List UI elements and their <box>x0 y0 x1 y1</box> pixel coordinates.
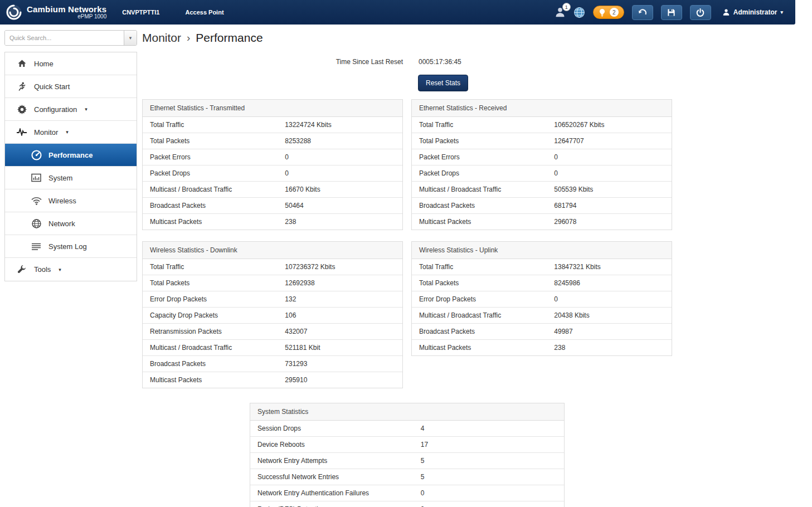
stat-row: Multicast Packets295910 <box>143 372 402 388</box>
sidebar-item-network[interactable]: Network <box>5 212 137 235</box>
stat-row: Total Traffic13847321 Kbits <box>412 259 672 275</box>
stat-row: Radar (DFS) Detections0 <box>250 501 564 507</box>
stat-row: Error Drop Packets132 <box>143 291 402 308</box>
stat-row: Network Entry Attempts5 <box>250 453 564 469</box>
sidebar-item-quick-start[interactable]: Quick Start <box>5 75 137 98</box>
stat-row: Retransmission Packets432007 <box>143 324 402 340</box>
stat-value: 12647707 <box>547 133 672 149</box>
sidebar-item-label: Configuration <box>34 105 77 114</box>
sidebar-item-label: Performance <box>48 151 93 159</box>
stat-label: Total Packets <box>143 133 278 149</box>
power-button[interactable] <box>690 5 711 20</box>
stat-row: Multicast Packets238 <box>412 340 672 356</box>
sidebar-item-tools[interactable]: Tools ▾ <box>5 258 137 281</box>
stat-row: Total Traffic106520267 Kbits <box>412 117 672 133</box>
stat-value: 0 <box>547 149 672 165</box>
breadcrumb: Monitor › Performance <box>142 31 673 45</box>
time-since-reset-label: Time Since Last Reset <box>142 58 403 66</box>
stat-label: Total Traffic <box>143 117 278 133</box>
stat-label: Successful Network Entries <box>250 469 414 485</box>
reset-stats-button[interactable]: Reset Stats <box>418 75 468 91</box>
stat-label: Multicast Packets <box>412 340 547 356</box>
sidebar-item-system-log[interactable]: System Log <box>5 235 137 258</box>
stat-value: 107236372 Kbits <box>278 259 402 275</box>
stat-label: Multicast / Broadcast Traffic <box>412 182 547 198</box>
wrench-icon <box>16 265 27 274</box>
stat-row: Broadcast Packets731293 <box>143 356 402 372</box>
stat-value: 13847321 Kbits <box>547 259 672 275</box>
panel-system-statistics: System Statistics Session Drops4Device R… <box>250 403 565 507</box>
stat-row: Broadcast Packets681794 <box>412 198 672 214</box>
stat-label: Network Entry Authentication Failures <box>250 485 414 501</box>
wifi-icon <box>31 197 42 205</box>
stat-value: 106 <box>278 308 402 324</box>
stat-row: Packet Errors0 <box>412 149 672 165</box>
stat-row: Multicast / Broadcast Traffic505539 Kbit… <box>412 182 672 198</box>
page-title: Performance <box>196 31 262 45</box>
stat-row: Total Packets12647707 <box>412 133 672 149</box>
sidebar-item-performance[interactable]: Performance <box>5 144 137 167</box>
sidebar: ▾ Home Quick Start <box>4 30 137 281</box>
stat-value: 0 <box>278 165 402 182</box>
stat-label: Error Drop Packets <box>412 291 547 308</box>
globe-button[interactable] <box>573 7 585 18</box>
stat-row: Packet Drops0 <box>143 165 402 182</box>
stat-value: 0 <box>414 501 564 507</box>
chevron-down-icon: ▾ <box>66 129 69 135</box>
chevron-right-icon: › <box>187 32 190 44</box>
stat-row: Total Packets12692938 <box>143 275 402 291</box>
stat-label: Broadcast Packets <box>143 356 278 372</box>
stat-row: Total Packets8253288 <box>143 133 402 149</box>
user-menu-label: Administrator <box>733 8 777 16</box>
statistics-panels: Ethernet Statistics - Transmitted Total … <box>142 99 673 388</box>
stat-row: Capacity Drop Packets106 <box>143 308 402 324</box>
sidebar-item-home[interactable]: Home <box>5 52 137 75</box>
sidebar-menu: Home Quick Start Configuration ▾ <box>4 52 137 281</box>
stat-value: 521181 Kbit <box>278 340 402 356</box>
stat-label: Total Traffic <box>143 259 278 275</box>
undo-button[interactable] <box>632 5 653 20</box>
quick-search-dropdown-button[interactable]: ▾ <box>124 31 137 45</box>
user-count-badge: 1 <box>562 3 571 11</box>
stat-label: Packet Errors <box>143 149 278 165</box>
sidebar-item-configuration[interactable]: Configuration ▾ <box>5 98 137 121</box>
stat-value: 731293 <box>278 356 402 372</box>
top-navbar: Cambium Networks ePMP 1000 CNVPTPTTI1 Ac… <box>0 0 795 25</box>
brand: Cambium Networks ePMP 1000 <box>0 4 114 21</box>
sidebar-item-system[interactable]: System <box>5 167 137 189</box>
connected-users-button[interactable]: 1 <box>555 7 566 18</box>
stat-label: Multicast Packets <box>143 214 278 230</box>
stat-value: 106520267 Kbits <box>547 117 672 133</box>
stat-value: 20438 Kbits <box>547 308 672 324</box>
brand-model: ePMP 1000 <box>27 14 106 20</box>
alerts-pill-button[interactable]: 2 <box>593 6 624 19</box>
quick-search-input[interactable] <box>5 31 124 45</box>
breadcrumb-section: Monitor <box>142 31 181 45</box>
stat-value: 0 <box>414 485 564 501</box>
stat-value: 50464 <box>278 198 402 214</box>
sidebar-item-label: Quick Start <box>34 82 70 91</box>
panel-wireless-uplink: Wireless Statistics - Uplink Total Traff… <box>411 241 672 356</box>
stat-label: Multicast / Broadcast Traffic <box>143 340 278 356</box>
stat-row: Session Drops4 <box>250 421 564 437</box>
stat-value: 16670 Kbits <box>278 182 402 198</box>
panel-ethernet-transmitted: Ethernet Statistics - Transmitted Total … <box>142 99 403 230</box>
stat-label: Total Packets <box>412 133 547 149</box>
stat-label: Multicast Packets <box>143 372 278 388</box>
stats-table: Total Traffic106520267 KbitsTotal Packet… <box>412 117 672 230</box>
stat-label: Total Traffic <box>412 117 547 133</box>
stat-row: Multicast Packets238 <box>143 214 402 230</box>
home-icon <box>16 59 27 68</box>
sidebar-item-wireless[interactable]: Wireless <box>5 189 137 212</box>
chevron-down-icon: ▾ <box>85 106 87 112</box>
stat-value: 5 <box>414 469 564 485</box>
stat-value: 296078 <box>547 214 672 230</box>
save-button[interactable] <box>661 5 682 20</box>
stat-value: 0 <box>547 165 672 182</box>
device-mode-label: Access Point <box>174 9 235 16</box>
stat-label: Total Packets <box>412 275 547 291</box>
stat-label: Session Drops <box>250 421 414 437</box>
brand-name: Cambium Networks <box>27 5 106 14</box>
sidebar-item-monitor[interactable]: Monitor ▾ <box>5 121 137 144</box>
user-menu-dropdown[interactable]: Administrator ▾ <box>722 8 783 16</box>
